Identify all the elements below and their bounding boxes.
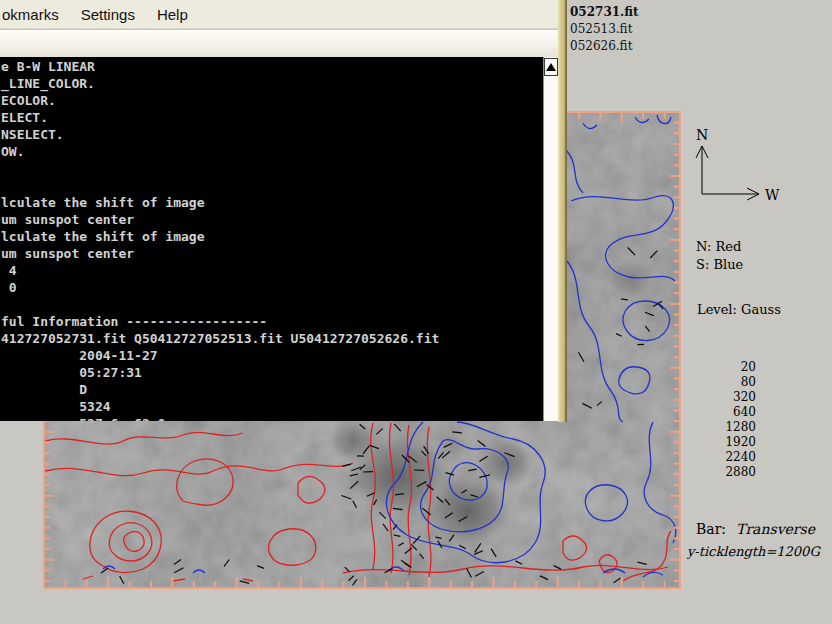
level-value: 1920 (698, 435, 756, 450)
compass-west-label: W (765, 187, 780, 203)
compass-north-label: N (696, 127, 708, 143)
up-arrow-icon (546, 63, 556, 71)
level-value: 80 (698, 375, 756, 390)
legend-south: S: Blue (696, 257, 743, 272)
tick-length-note: y-ticklength=1200G (687, 544, 820, 559)
level-value: 640 (698, 405, 756, 420)
legend-north: N: Red (696, 239, 741, 254)
menu-item-settings[interactable]: Settings (81, 6, 135, 23)
level-value: 2880 (698, 465, 756, 480)
scroll-up-button[interactable] (544, 58, 558, 76)
menu-item-help[interactable]: Help (157, 6, 188, 23)
level-value: 2240 (698, 450, 756, 465)
fit-file-name: 052626.fit (570, 38, 639, 55)
fit-file-list: 052731.fit052513.fit052626.fit (570, 4, 639, 55)
bar-label: Bar: (696, 521, 726, 537)
terminal-lines: e B-W LINEAR _LINE_COLOR. ECOLOR. ELECT.… (1, 58, 439, 421)
compass: N W (685, 118, 795, 210)
level-list: 20803206401280192022402880 (698, 360, 756, 480)
bar-line: Bar:Transverse (696, 521, 815, 537)
menu-bar: okmarksSettingsHelp (0, 0, 558, 29)
toolbar-strip (0, 30, 558, 58)
level-heading: Level: Gauss (697, 302, 781, 317)
level-value: 320 (698, 390, 756, 405)
terminal-window: okmarksSettingsHelp e B-W LINEAR _LINE_C… (0, 0, 567, 422)
bar-value: Transverse (736, 521, 815, 537)
terminal-output[interactable]: e B-W LINEAR _LINE_COLOR. ECOLOR. ELECT.… (0, 57, 543, 421)
menu-item-okmarks[interactable]: okmarks (2, 6, 59, 23)
fit-file-name: 052513.fit (570, 21, 639, 38)
scrollbar[interactable] (543, 57, 558, 421)
level-value: 20 (698, 360, 756, 375)
compass-axes (702, 146, 759, 194)
level-value: 1280 (698, 420, 756, 435)
fit-file-name: 052731.fit (570, 4, 639, 21)
window-right-border (558, 0, 567, 422)
